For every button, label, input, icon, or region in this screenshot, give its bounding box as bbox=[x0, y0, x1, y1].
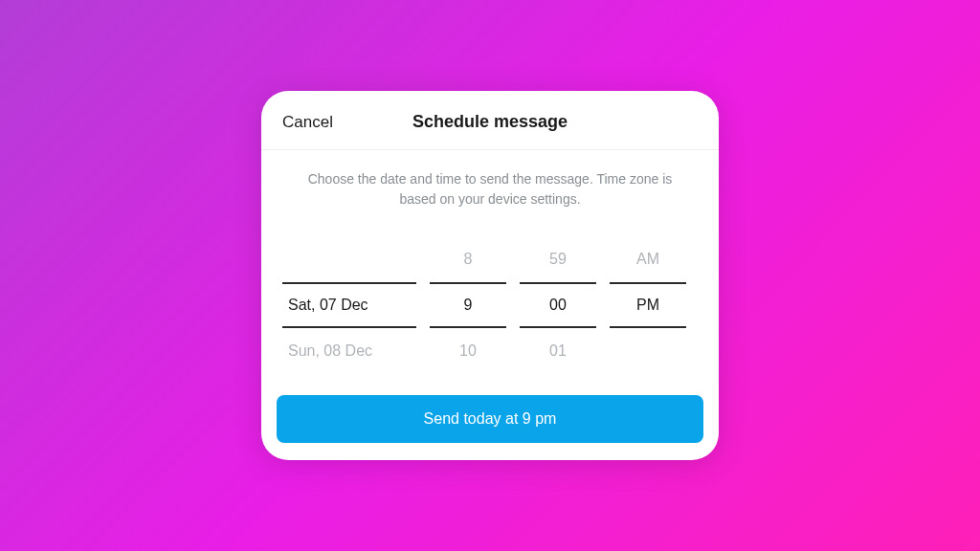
dialog-description: Choose the date and time to send the mes… bbox=[282, 169, 698, 236]
minute-picker-column[interactable]: 59 00 01 bbox=[520, 236, 596, 374]
date-prev[interactable] bbox=[282, 236, 416, 282]
minute-selected[interactable]: 00 bbox=[520, 282, 596, 328]
dialog-footer: Send today at 9 pm bbox=[261, 384, 719, 460]
hour-picker-column[interactable]: 8 9 10 bbox=[430, 236, 506, 374]
cancel-button[interactable]: Cancel bbox=[282, 113, 333, 132]
minute-next[interactable]: 01 bbox=[520, 328, 596, 374]
hour-prev[interactable]: 8 bbox=[430, 236, 506, 282]
dialog-body: Choose the date and time to send the mes… bbox=[261, 150, 719, 384]
hour-selected[interactable]: 9 bbox=[430, 282, 506, 328]
hour-next[interactable]: 10 bbox=[430, 328, 506, 374]
dialog-header: Cancel Schedule message bbox=[261, 91, 719, 150]
send-button[interactable]: Send today at 9 pm bbox=[277, 395, 703, 443]
ampm-selected[interactable]: PM bbox=[610, 282, 686, 328]
minute-prev[interactable]: 59 bbox=[520, 236, 596, 282]
ampm-next[interactable] bbox=[610, 328, 686, 374]
schedule-message-dialog: Cancel Schedule message Choose the date … bbox=[261, 91, 719, 460]
datetime-picker: Sat, 07 Dec Sun, 08 Dec 8 9 10 59 00 01 … bbox=[282, 236, 698, 374]
date-selected[interactable]: Sat, 07 Dec bbox=[282, 282, 416, 328]
date-next[interactable]: Sun, 08 Dec bbox=[282, 328, 416, 374]
ampm-prev[interactable]: AM bbox=[610, 236, 686, 282]
ampm-picker-column[interactable]: AM PM bbox=[610, 236, 686, 374]
date-picker-column[interactable]: Sat, 07 Dec Sun, 08 Dec bbox=[282, 236, 416, 374]
dialog-title: Schedule message bbox=[282, 112, 698, 132]
